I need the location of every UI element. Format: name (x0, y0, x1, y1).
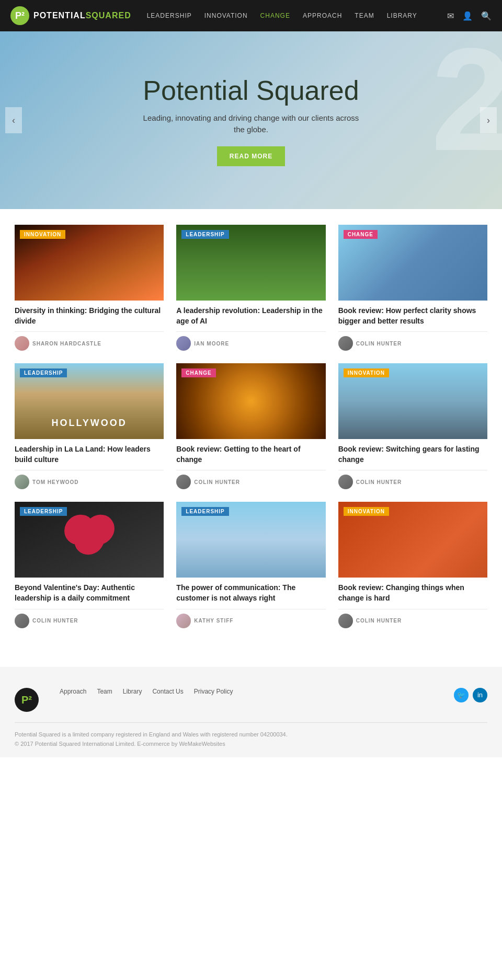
author-name: COLIN HUNTER (356, 618, 402, 624)
nav-link-team[interactable]: TEAM (355, 12, 374, 19)
article-author: IAN MOORE (176, 331, 325, 351)
article-author: KATHY STIFF (176, 609, 325, 628)
nav-links: LEADERSHIP INNOVATION CHANGE APPROACH TE… (147, 12, 447, 19)
article-image: INNOVATION (338, 502, 487, 578)
footer-link[interactable]: Team (97, 688, 112, 695)
article-title: The power of communication: The customer… (176, 583, 325, 603)
nav-link-library[interactable]: LIBRARY (387, 12, 417, 19)
article-title: Book review: How perfect clarity shows b… (338, 306, 487, 326)
article-card[interactable]: CHANGE Book review: Getting to the heart… (176, 363, 325, 489)
article-card[interactable]: INNOVATION Book review: Switching gears … (338, 363, 487, 489)
logo-symbol: P² (15, 10, 25, 21)
hero-banner: 2 ‹ Potential Squared Leading, innovatin… (0, 31, 502, 209)
author-name: TOM HEYWOOD (32, 479, 79, 485)
linkedin-icon[interactable]: in (473, 688, 487, 702)
article-image: LEADERSHIP (15, 502, 164, 578)
search-icon[interactable]: 🔍 (481, 11, 492, 21)
article-card[interactable]: LEADERSHIP HOLLYWOOD Leadership in La La… (15, 363, 164, 489)
footer-top: P² ApproachTeamLibraryContact UsPrivacy … (15, 688, 487, 712)
article-title: Book review: Getting to the heart of cha… (176, 444, 325, 465)
author-avatar (176, 475, 191, 489)
author-avatar (338, 475, 353, 489)
nav-link-leadership[interactable]: LEADERSHIP (147, 12, 192, 19)
logo[interactable]: P² POTENTIALSQUARED (10, 6, 131, 25)
article-tag: CHANGE (344, 230, 378, 239)
author-avatar (338, 336, 353, 351)
nav-link-innovation[interactable]: INNOVATION (204, 12, 248, 19)
author-name: COLIN HUNTER (194, 479, 240, 485)
article-title: Book review: Changing things when change… (338, 583, 487, 603)
footer-logo-svg: P² (15, 688, 39, 712)
article-author: COLIN HUNTER (338, 331, 487, 351)
logo-icon: P² (10, 6, 29, 25)
article-image: INNOVATION (15, 225, 164, 301)
article-title: A leadership revolution: Leadership in t… (176, 306, 325, 326)
footer-link[interactable]: Approach (60, 688, 86, 695)
author-name: IAN MOORE (194, 341, 229, 347)
article-author: COLIN HUNTER (338, 609, 487, 628)
footer-copyright: © 2017 Potential Squared International L… (15, 741, 487, 747)
article-author: COLIN HUNTER (15, 609, 164, 628)
author-avatar (338, 614, 353, 628)
articles-section: INNOVATION Diversity in thinking: Bridgi… (0, 209, 502, 656)
article-tag: INNOVATION (20, 230, 65, 239)
article-tag: LEADERSHIP (181, 507, 229, 516)
article-image: LEADERSHIP HOLLYWOOD (15, 363, 164, 439)
articles-grid: INNOVATION Diversity in thinking: Bridgi… (15, 225, 487, 628)
article-card[interactable]: INNOVATION Book review: Changing things … (338, 502, 487, 628)
footer-link[interactable]: Privacy Policy (194, 688, 233, 695)
article-author: SHARON HARDCASTLE (15, 331, 164, 351)
footer-link[interactable]: Contact Us (152, 688, 183, 695)
article-author: COLIN HUNTER (176, 470, 325, 489)
article-card[interactable]: LEADERSHIP Beyond Valentine's Day: Authe… (15, 502, 164, 628)
footer-divider (15, 722, 487, 723)
author-name: COLIN HUNTER (32, 618, 78, 624)
author-name: KATHY STIFF (194, 618, 233, 624)
hero-title: Potential Squared (141, 75, 361, 106)
author-avatar (15, 475, 29, 489)
author-avatar (176, 614, 191, 628)
article-tag: LEADERSHIP (20, 507, 67, 516)
author-avatar (15, 614, 29, 628)
article-image: LEADERSHIP (176, 502, 325, 578)
svg-text:P²: P² (21, 694, 32, 706)
logo-text: POTENTIALSQUARED (33, 11, 131, 20)
article-tag: LEADERSHIP (181, 230, 229, 239)
author-name: SHARON HARDCASTLE (32, 341, 101, 347)
article-card[interactable]: CHANGE Book review: How perfect clarity … (338, 225, 487, 351)
article-image: CHANGE (338, 225, 487, 301)
article-card[interactable]: LEADERSHIP The power of communication: T… (176, 502, 325, 628)
article-card[interactable]: INNOVATION Diversity in thinking: Bridgi… (15, 225, 164, 351)
article-author: TOM HEYWOOD (15, 470, 164, 489)
twitter-icon[interactable]: 🐦 (454, 688, 469, 702)
hero-cta-button[interactable]: READ MORE (217, 146, 285, 166)
article-author: COLIN HUNTER (338, 470, 487, 489)
footer-links: ApproachTeamLibraryContact UsPrivacy Pol… (60, 688, 433, 695)
nav-link-change[interactable]: CHANGE (260, 12, 290, 19)
email-icon[interactable]: ✉ (447, 11, 454, 21)
footer-legal: Potential Squared is a limited company r… (15, 731, 487, 737)
hero-content: Potential Squared Leading, innovating an… (141, 75, 361, 166)
footer: P² ApproachTeamLibraryContact UsPrivacy … (0, 667, 502, 757)
hero-subtitle: Leading, innovating and driving change w… (141, 112, 361, 136)
hero-next-button[interactable]: › (480, 107, 497, 133)
article-tag: INNOVATION (344, 368, 389, 377)
hero-prev-button[interactable]: ‹ (5, 107, 22, 133)
article-title: Beyond Valentine's Day: Authentic leader… (15, 583, 164, 603)
author-name: COLIN HUNTER (356, 479, 402, 485)
article-image: CHANGE (176, 363, 325, 439)
author-avatar (15, 336, 29, 351)
navigation: P² POTENTIALSQUARED LEADERSHIP INNOVATIO… (0, 0, 502, 31)
footer-social: 🐦 in (454, 688, 487, 702)
author-avatar (176, 336, 191, 351)
article-title: Book review: Switching gears for lasting… (338, 444, 487, 465)
article-tag: CHANGE (181, 368, 215, 377)
article-title: Diversity in thinking: Bridging the cult… (15, 306, 164, 326)
footer-link[interactable]: Library (123, 688, 142, 695)
user-icon[interactable]: 👤 (462, 11, 473, 21)
article-title: Leadership in La La Land: How leaders bu… (15, 444, 164, 465)
footer-logo[interactable]: P² (15, 688, 39, 712)
article-tag: LEADERSHIP (20, 368, 67, 377)
article-card[interactable]: LEADERSHIP A leadership revolution: Lead… (176, 225, 325, 351)
nav-link-approach[interactable]: APPROACH (303, 12, 342, 19)
